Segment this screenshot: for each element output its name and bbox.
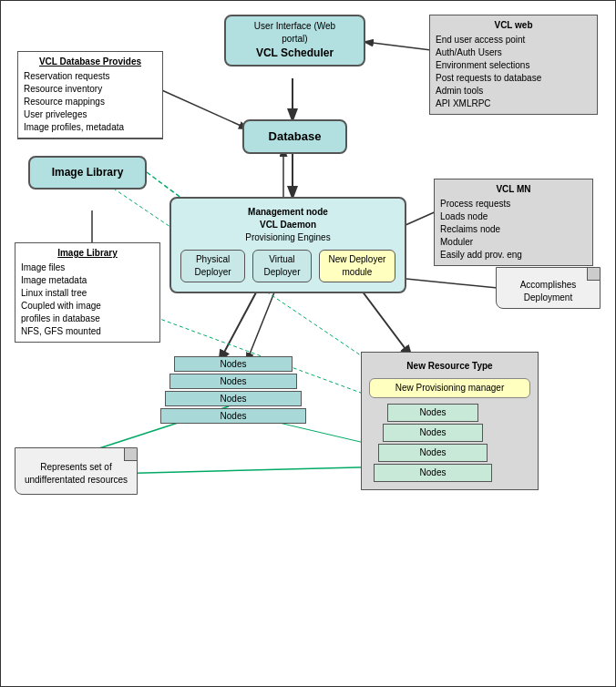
image-library-detail-box: Image Library Image files Image metadata…	[15, 242, 160, 343]
vcl-mn-item1: Process requests	[440, 198, 587, 210]
vcl-mn-item2: Loads node	[440, 210, 587, 223]
new-node-4: Nodes	[374, 464, 492, 482]
represents-box: Represents set of undifferentated resour…	[15, 447, 138, 495]
vcl-web-item6: API XMLRPC	[436, 97, 591, 110]
vcl-db-item2: Resource inventory	[24, 83, 157, 96]
mgmt-line1: Management node	[179, 206, 397, 219]
image-library-label: Image Library	[36, 165, 139, 180]
new-node-2: Nodes	[383, 424, 483, 442]
vcl-db-item4: User priveleges	[24, 108, 157, 121]
image-lib-item4: Coupled with image	[21, 300, 154, 313]
vcl-mn-box: VCL MN Process requests Loads node Recla…	[434, 179, 593, 266]
vcl-db-box: VCL Database Provides Reservation reques…	[17, 51, 163, 139]
represents-text: Represents set of undifferentated resour…	[23, 456, 129, 487]
new-resource-nodes: Nodes Nodes Nodes Nodes	[369, 404, 530, 482]
svg-line-12	[156, 87, 247, 128]
vcl-mn-item5: Easily add prov. eng	[440, 249, 587, 261]
vcl-web-item5: Admin tools	[436, 85, 591, 97]
image-lib-item3: Linux install tree	[21, 287, 154, 300]
node-left-1: Nodes	[174, 356, 293, 372]
new-node-3: Nodes	[378, 444, 488, 462]
accomplishes-box: Accomplishes Deployment	[496, 267, 601, 309]
image-lib-item6: NFS, GFS mounted	[21, 325, 154, 338]
node-left-4: Nodes	[160, 408, 306, 424]
vcl-web-item3: Environment selections	[436, 59, 591, 72]
nodes-left-stack: Nodes Nodes Nodes Nodes	[174, 356, 306, 424]
ui-line2: portal)	[231, 33, 358, 46]
new-node-1: Nodes	[387, 404, 478, 422]
database-label: Database	[250, 128, 340, 145]
ui-vcl-box: User Interface (Web portal) VCL Schedule…	[224, 15, 365, 67]
new-resource-box: New Resource Type New Provisioning manag…	[361, 352, 539, 490]
svg-line-3	[365, 42, 438, 51]
vcl-db-item3: Resource mappings	[24, 96, 157, 108]
vcl-db-title: VCL Database Provides	[24, 56, 157, 68]
vcl-mn-item3: Reclaims node	[440, 223, 587, 236]
mgmt-node-box: Management node VCL Daemon Provisioning …	[169, 197, 406, 293]
virtual-deployer: Virtual Deployer	[252, 250, 312, 282]
database-box: Database	[242, 119, 347, 154]
new-deployer-module: New Deployer module	[319, 250, 395, 282]
vcl-db-item1: Reservation requests	[24, 70, 157, 83]
new-provisioning-manager: New Provisioning manager	[369, 378, 530, 398]
vcl-web-title: VCL web	[436, 19, 591, 32]
image-library-label-box: Image Library	[28, 156, 147, 190]
node-left-3: Nodes	[165, 391, 302, 406]
image-lib-item1: Image files	[21, 261, 154, 274]
vcl-web-item1: End user access point	[436, 34, 591, 46]
accomplishes-line1: Accomplishes	[502, 272, 594, 292]
node-left-2: Nodes	[169, 374, 297, 389]
mgmt-sub: Provisioning Engines	[179, 231, 397, 244]
svg-line-6	[247, 292, 274, 361]
vcl-db-item5: Image profiles, metadata	[24, 121, 157, 134]
vcl-mn-title: VCL MN	[440, 183, 587, 196]
vcl-mn-item4: Moduler	[440, 236, 587, 249]
image-lib-item5: profiles in database	[21, 313, 154, 325]
mgmt-line2: VCL Daemon	[179, 219, 397, 231]
ui-line3: VCL Scheduler	[231, 46, 358, 61]
vcl-web-item2: Auth/Auth Users	[436, 46, 591, 59]
vcl-web-item4: Post requests to database	[436, 72, 591, 85]
engines-row: Physical Deployer Virtual Deployer New D…	[179, 248, 397, 284]
physical-deployer: Physical Deployer	[180, 250, 245, 282]
new-resource-title: New Resource Type	[369, 360, 530, 373]
ui-line1: User Interface (Web	[231, 20, 358, 33]
svg-line-5	[220, 292, 256, 361]
accomplishes-line2: Deployment	[502, 292, 594, 304]
image-lib-detail-title: Image Library	[21, 247, 154, 260]
diagram-container: VCL web End user access point Auth/Auth …	[0, 0, 616, 687]
svg-line-7	[356, 283, 411, 356]
vcl-web-box: VCL web End user access point Auth/Auth …	[429, 15, 598, 115]
image-lib-item2: Image metadata	[21, 274, 154, 287]
